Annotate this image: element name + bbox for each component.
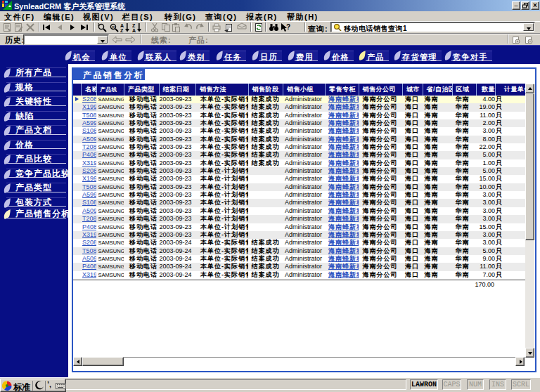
svg-text:A: A [120, 23, 124, 28]
svg-text:A: A [132, 28, 136, 33]
svg-text:Z: Z [120, 28, 124, 33]
svg-text:R: R [112, 25, 115, 30]
svg-text:?: ? [286, 23, 290, 31]
svg-text:Z: Z [132, 23, 136, 28]
